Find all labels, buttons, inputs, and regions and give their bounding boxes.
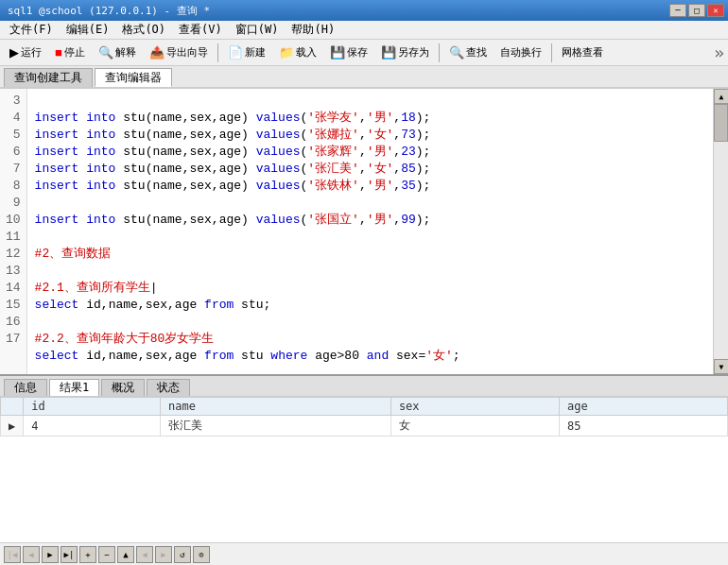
nav-delete[interactable]: −: [98, 546, 115, 563]
editor-scrollbar[interactable]: ▲ ▼: [713, 89, 728, 374]
maximize-button[interactable]: □: [688, 4, 705, 17]
line-numbers: 34567891011121314151617: [0, 89, 27, 374]
main-area: 34567891011121314151617 insert into stu(…: [0, 89, 728, 565]
nav-prev[interactable]: ◀: [23, 546, 40, 563]
code-editor[interactable]: insert into stu(name,sex,age) values('张学…: [27, 89, 713, 374]
export-icon: 📤: [149, 45, 165, 60]
nav-down[interactable]: ◀: [136, 546, 153, 563]
find-button[interactable]: 🔍 查找: [443, 43, 493, 63]
row-indicator: ▶: [1, 416, 24, 437]
minimize-button[interactable]: ─: [669, 4, 686, 17]
toolbar: ▶ 运行 ■ 停止 🔍 解释 📤 导出向导 📄 新建 📁 载入 💾 保存 💾 另…: [0, 40, 728, 66]
scroll-thumb[interactable]: [714, 104, 728, 142]
nav-back[interactable]: ▶: [155, 546, 172, 563]
save-icon: 💾: [330, 45, 345, 60]
menu-help[interactable]: 帮助(H): [286, 21, 340, 39]
scroll-down[interactable]: ▼: [714, 359, 728, 374]
find-icon: 🔍: [449, 45, 464, 60]
load-button[interactable]: 📁 载入: [273, 43, 322, 63]
nav-up[interactable]: ▲: [117, 546, 134, 563]
stop-icon: ■: [55, 45, 62, 60]
menu-window[interactable]: 窗口(W): [230, 21, 285, 39]
nav-first[interactable]: |◀: [4, 546, 21, 563]
sql-editor: 34567891011121314151617 insert into stu(…: [0, 89, 728, 376]
table-row: ▶ 4 张汇美 女 85: [1, 416, 728, 437]
menu-edit[interactable]: 编辑(E): [61, 21, 115, 39]
cell-age: 85: [559, 416, 727, 437]
menu-format[interactable]: 格式(O): [116, 21, 171, 39]
col-sex: sex: [390, 398, 559, 416]
result-area: 信息 结果1 概况 状态 id name sex: [0, 376, 728, 565]
col-indicator: [1, 398, 24, 416]
nav-add[interactable]: +: [79, 546, 96, 563]
col-name: name: [160, 398, 390, 416]
result-content: id name sex age ▶ 4 张汇美 女 85: [0, 397, 728, 542]
export-button[interactable]: 📤 导出向导: [144, 43, 214, 63]
stop-button[interactable]: ■ 停止: [49, 43, 91, 63]
title-bar: sql1 @school (127.0.0.1) - 查询 * ─ □ ✕: [0, 0, 728, 21]
menu-bar: 文件(F) 编辑(E) 格式(O) 查看(V) 窗口(W) 帮助(H): [0, 21, 728, 40]
menu-file[interactable]: 文件(F): [4, 21, 59, 39]
nav-toolbar: |◀ ◀ ▶ ▶| + − ▲ ◀ ▶ ↺ ⊙: [0, 542, 728, 565]
toolbar-expand[interactable]: »: [714, 43, 724, 62]
tab-info[interactable]: 信息: [4, 379, 47, 396]
col-age: age: [559, 398, 727, 416]
gridview-button[interactable]: 网格查看: [556, 43, 609, 63]
saveas-button[interactable]: 💾 另存为: [375, 43, 435, 63]
nav-refresh[interactable]: ↺: [174, 546, 191, 563]
result-table: id name sex age ▶ 4 张汇美 女 85: [0, 397, 728, 437]
save-button[interactable]: 💾 保存: [324, 43, 373, 63]
tab-result1[interactable]: 结果1: [49, 379, 99, 396]
load-icon: 📁: [279, 45, 294, 60]
run-icon: ▶: [9, 45, 19, 60]
result-tab-bar: 信息 结果1 概况 状态: [0, 376, 728, 397]
new-icon: 📄: [228, 45, 243, 60]
menu-view[interactable]: 查看(V): [173, 21, 228, 39]
autowrap-button[interactable]: 自动换行: [494, 43, 547, 63]
nav-play[interactable]: ▶: [42, 546, 59, 563]
saveas-icon: 💾: [381, 45, 396, 60]
nav-next[interactable]: ▶|: [61, 546, 78, 563]
new-button[interactable]: 📄 新建: [222, 43, 271, 63]
close-button[interactable]: ✕: [707, 4, 724, 17]
cell-id: 4: [24, 416, 161, 437]
nav-clear[interactable]: ⊙: [193, 546, 210, 563]
tab-status[interactable]: 状态: [147, 379, 190, 396]
title-text: sql1 @school (127.0.0.1) - 查询 *: [4, 4, 210, 18]
window-controls: ─ □ ✕: [669, 4, 724, 17]
cell-name: 张汇美: [160, 416, 390, 437]
run-button[interactable]: ▶ 运行: [4, 43, 47, 63]
cell-sex: 女: [390, 416, 559, 437]
tab-summary[interactable]: 概况: [101, 379, 145, 396]
main-tab-bar: 查询创建工具 查询编辑器: [0, 66, 728, 89]
scroll-up[interactable]: ▲: [714, 89, 728, 104]
tab-query-editor[interactable]: 查询编辑器: [95, 68, 172, 87]
explain-button[interactable]: 🔍 解释: [93, 43, 142, 63]
tab-query-builder[interactable]: 查询创建工具: [4, 68, 93, 87]
col-id: id: [24, 398, 161, 416]
scroll-track[interactable]: [714, 104, 728, 359]
explain-icon: 🔍: [98, 45, 113, 60]
